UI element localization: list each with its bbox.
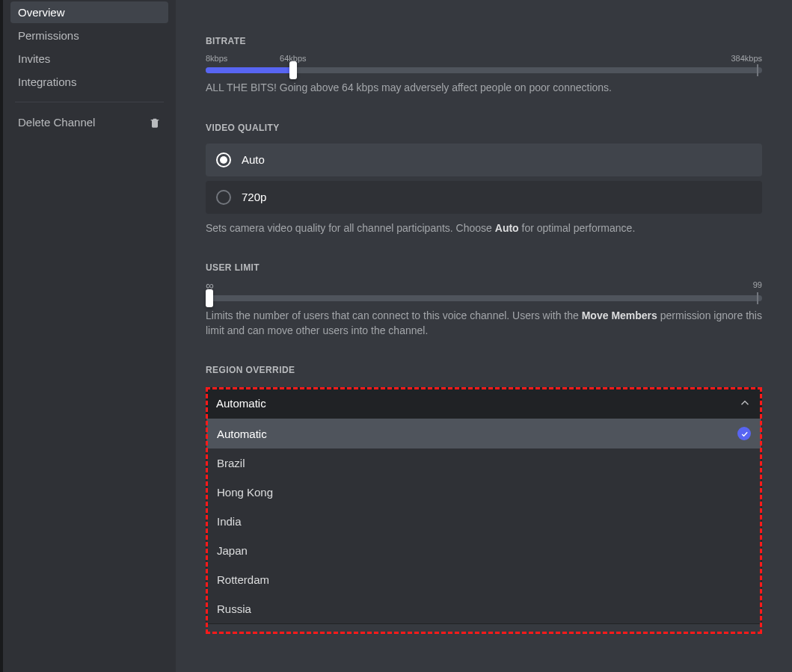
delete-channel-label: Delete Channel [18,116,95,129]
bitrate-end-tick [757,64,758,76]
trash-icon [149,117,161,129]
bitrate-fill [206,67,293,73]
region-option-japan[interactable]: Japan [206,536,761,565]
bitrate-max-label: 384kbps [731,54,762,63]
sidebar-separator [15,102,164,102]
user-limit-track [206,295,762,301]
region-override-heading: REGION OVERRIDE [206,365,762,375]
bitrate-section: BITRATE 8kbps 64kbps 384kbps ALL THE BIT… [206,36,762,96]
settings-content: BITRATE 8kbps 64kbps 384kbps ALL THE BIT… [176,0,792,672]
video-quality-option-label: Auto [242,153,265,166]
user-limit-max-label: 99 [753,280,762,289]
user-limit-thumb[interactable] [206,289,213,307]
video-quality-heading: VIDEO QUALITY [206,123,762,133]
video-quality-section: VIDEO QUALITY Auto 720p Sets camera vide… [206,123,762,236]
bitrate-thumb[interactable] [289,61,297,79]
user-limit-section: USER LIMIT ∞ 99 Limits the number of use… [206,262,762,338]
sidebar-item-invites[interactable]: Invites [10,48,168,70]
region-option-label: Russia [217,602,251,615]
check-icon [737,427,751,440]
settings-sidebar: Overview Permissions Invites Integration… [3,0,176,672]
region-option-automatic[interactable]: Automatic [206,419,761,448]
bitrate-heading: BITRATE [206,36,762,46]
video-quality-options: Auto 720p [206,144,762,214]
region-override-section: REGION OVERRIDE Automatic Automatic Braz… [206,365,762,624]
delete-channel-button[interactable]: Delete Channel [10,111,168,133]
region-option-label: Rotterdam [217,573,269,586]
region-options-list: Automatic Brazil Hong Kong India Japan [206,419,762,624]
video-quality-option-720p[interactable]: 720p [206,181,762,214]
region-option-label: India [217,515,242,528]
sidebar-item-overview[interactable]: Overview [10,1,168,23]
bitrate-slider[interactable]: 8kbps 64kbps 384kbps [206,67,762,73]
region-select[interactable]: Automatic [206,387,762,419]
bitrate-track [206,67,762,73]
bitrate-min-label: 8kbps [206,54,227,63]
sidebar-item-integrations[interactable]: Integrations [10,71,168,93]
region-option-india[interactable]: India [206,507,761,536]
region-option-russia[interactable]: Russia [206,594,761,623]
region-option-brazil[interactable]: Brazil [206,448,761,478]
region-option-rotterdam[interactable]: Rotterdam [206,565,761,594]
video-quality-option-label: 720p [242,191,266,203]
chevron-up-icon [738,396,752,410]
radio-icon [216,152,231,167]
region-option-label: Automatic [217,428,267,440]
region-option-hong-kong[interactable]: Hong Kong [206,478,761,507]
region-option-label: Japan [217,544,248,557]
user-limit-heading: USER LIMIT [206,262,762,273]
sidebar-item-permissions[interactable]: Permissions [10,25,168,46]
video-quality-option-auto[interactable]: Auto [206,144,762,176]
video-quality-description: Sets camera video quality for all channe… [206,221,762,236]
region-option-label: Brazil [217,457,245,469]
user-limit-slider[interactable]: ∞ 99 [206,295,762,301]
user-limit-end-tick [757,292,758,304]
bitrate-description: ALL THE BITS! Going above 64 kbps may ad… [206,81,762,96]
radio-icon [216,190,231,205]
user-limit-description: Limits the number of users that can conn… [206,309,762,338]
region-option-label: Hong Kong [217,486,273,499]
region-selected-label: Automatic [216,397,266,410]
